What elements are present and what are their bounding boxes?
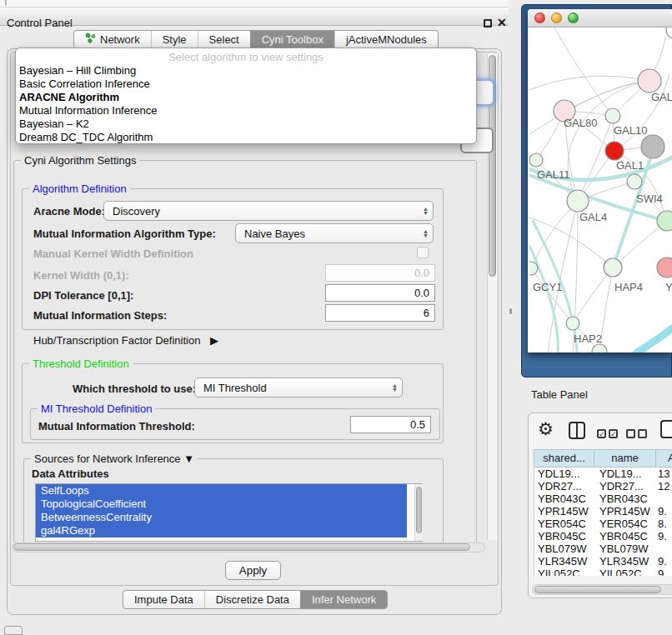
network-edge[interactable]: [529, 76, 649, 90]
network-node[interactable]: [529, 153, 543, 167]
table-column-header[interactable]: shared...: [534, 450, 594, 467]
columns-icon[interactable]: [569, 422, 585, 439]
mi-threshold-label: Mutual Information Threshold:: [38, 420, 195, 432]
table-column-header[interactable]: name: [594, 450, 656, 467]
aracne-mode-value: Discovery: [113, 205, 160, 218]
table-row[interactable]: YLR345WYLR345W9.: [534, 555, 672, 568]
network-node[interactable]: [641, 135, 664, 158]
attribute-list-item[interactable]: TopologicalCoefficient: [36, 498, 407, 511]
table-row[interactable]: YER054CYER054C8.: [534, 518, 672, 530]
table-row[interactable]: YBR043CYBR043C: [534, 492, 672, 505]
splitter-handle[interactable]: [509, 308, 512, 314]
table-row[interactable]: YBR045CYBR045C9.: [534, 530, 672, 542]
aracne-mode-label: Aracne Mode:: [33, 205, 105, 218]
dropdown-item[interactable]: Bayesian – K2: [16, 118, 476, 131]
network-node-label: Y: [665, 281, 672, 293]
network-edge[interactable]: [531, 202, 578, 268]
network-node[interactable]: [604, 258, 622, 277]
dropdown-item[interactable]: Mutual Information Inference: [16, 104, 476, 118]
tab-style-label: Style: [163, 31, 187, 48]
hub-definition-toggle[interactable]: Hub/Transcription Factor Definition ▶: [33, 334, 218, 347]
aracne-mode-select[interactable]: Discovery ▲▼: [103, 201, 434, 221]
network-node[interactable]: [657, 211, 672, 231]
network-edge[interactable]: [564, 81, 649, 111]
table-column-header[interactable]: A: [656, 450, 672, 467]
table-cell: [656, 542, 672, 555]
dpi-tolerance-field[interactable]: 0.0: [325, 284, 435, 302]
unchecked-checkbox-icon[interactable]: [626, 429, 635, 438]
window-zoom-button[interactable]: [568, 12, 579, 23]
tab-jactivemnodules[interactable]: jActiveMNodules: [334, 31, 438, 48]
tab-discretize-data[interactable]: Discretize Data: [204, 591, 300, 608]
mi-type-value: Naive Bayes: [244, 228, 305, 240]
table-row[interactable]: YDR27...YDR27...12: [534, 480, 672, 492]
close-icon[interactable]: ✕: [497, 16, 507, 29]
table-row[interactable]: YDL19...YDL19...13: [534, 468, 672, 480]
network-node-label: HAP4: [614, 281, 643, 293]
tab-select[interactable]: Select: [198, 31, 250, 48]
table-cell: YLR345W: [594, 555, 656, 568]
tab-network[interactable]: Network: [74, 31, 151, 48]
table-cell: 9.: [656, 505, 672, 518]
dropdown-item[interactable]: Dream8 DC_TDC Algorithm: [16, 131, 476, 144]
dropdown-item[interactable]: ARACNE Algorithm: [16, 91, 476, 104]
attributes-list-scrollbar-thumb[interactable]: [416, 487, 422, 533]
checked-checkbox-icon[interactable]: ✓: [597, 429, 606, 438]
screen: { "window": { "title": "Control Panel" }…: [0, 0, 672, 635]
sources-group-title: Sources for Network Inference ▼: [31, 452, 198, 465]
unchecked-checkbox-icon[interactable]: [638, 429, 647, 438]
table-cell: YIL052C: [594, 568, 656, 576]
kernel-width-field[interactable]: 0.0: [325, 264, 435, 282]
network-node[interactable]: [566, 317, 579, 330]
dropdown-item[interactable]: Bayesian – Hill Climbing: [16, 64, 476, 78]
mi-steps-field[interactable]: 6: [325, 304, 435, 322]
algorithm-dropdown-placeholder: Select algorithm to view settings: [16, 48, 476, 64]
network-edge[interactable]: [573, 268, 613, 323]
apply-button[interactable]: Apply: [225, 561, 281, 580]
network-edge[interactable]: [636, 328, 672, 352]
tab-style[interactable]: Style: [151, 31, 198, 48]
attribute-list-item[interactable]: gal4RGexp: [36, 524, 407, 538]
table-sheet-icon[interactable]: [660, 420, 672, 438]
table-horizontal-scrollbar-thumb[interactable]: [534, 586, 661, 593]
network-node[interactable]: [605, 108, 620, 123]
tab-infer-network[interactable]: Infer Network: [300, 591, 387, 608]
table-row[interactable]: YIL052CYIL052C9: [534, 568, 672, 576]
tab-cyni-toolbox[interactable]: Cyni Toolbox: [250, 31, 334, 48]
attribute-list-item[interactable]: BetweennessCentrality: [36, 511, 407, 524]
table-row[interactable]: YBL079WYBL079W: [534, 542, 672, 555]
mi-type-select[interactable]: Naive Bayes ▲▼: [235, 223, 434, 243]
network-node[interactable]: [638, 69, 661, 92]
tab-impute-data[interactable]: Impute Data: [123, 591, 204, 608]
chevron-down-icon[interactable]: ▼: [183, 452, 194, 465]
dropdown-item[interactable]: Basic Correlation Inference: [16, 78, 476, 91]
which-threshold-select[interactable]: MI Threshold ▲▼: [194, 378, 403, 398]
hub-definition-label: Hub/Transcription Factor Definition: [33, 334, 200, 347]
float-window-icon[interactable]: [484, 19, 492, 28]
network-edge[interactable]: [529, 218, 613, 268]
stepper-icon: ▲▼: [392, 383, 398, 392]
gear-icon[interactable]: ⚙: [538, 419, 554, 439]
network-window-titlebar[interactable]: [528, 9, 672, 28]
attribute-list-item[interactable]: SelfLoops: [36, 484, 407, 498]
network-node[interactable]: [627, 174, 642, 189]
window-minimize-button[interactable]: [551, 12, 562, 23]
network-node[interactable]: [657, 258, 672, 278]
control-panel-title: Control Panel: [7, 17, 73, 29]
table-row[interactable]: YPR145WYPR145W9.: [534, 505, 672, 518]
table-cell: 9.: [656, 555, 672, 568]
network-node[interactable]: [529, 262, 538, 275]
manual-kernel-checkbox[interactable]: [417, 247, 429, 258]
mi-threshold-field[interactable]: 0.5: [350, 416, 431, 433]
data-attributes-list[interactable]: SelfLoopsTopologicalCoefficientBetweenne…: [35, 483, 423, 542]
network-canvas[interactable]: GALGAL80GAL10GAL11GAL1SWI4GAL4GCY1HAP4YH…: [529, 28, 672, 352]
settings-horizontal-scrollbar-thumb[interactable]: [13, 543, 470, 551]
checked-checkbox-icon[interactable]: ✓: [609, 429, 618, 438]
network-node[interactable]: [605, 142, 624, 160]
window-close-button[interactable]: [534, 12, 545, 23]
table-cell: 9.: [656, 530, 672, 542]
network-node[interactable]: [666, 28, 672, 38]
table-cell: YDR27...: [534, 480, 594, 492]
tab-network-label: Network: [100, 31, 140, 48]
network-node[interactable]: [567, 190, 589, 212]
